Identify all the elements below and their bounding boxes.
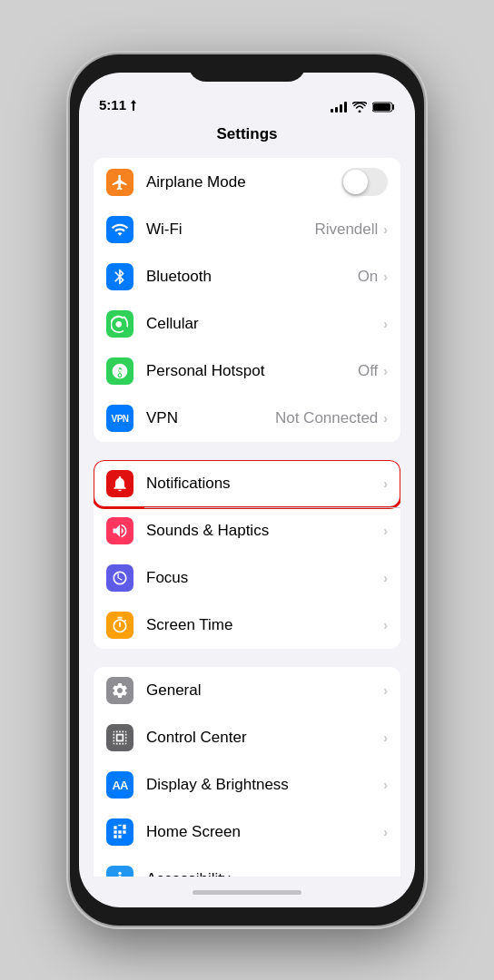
signal-icon: [331, 102, 347, 113]
svg-point-2: [118, 872, 121, 875]
status-icons: [331, 102, 395, 113]
vpn-row[interactable]: VPN VPN Not Connected ›: [94, 395, 400, 442]
airplane-toggle[interactable]: [341, 168, 388, 196]
focus-icon: [106, 564, 133, 592]
display-group: General › Control Center › AA Display & …: [94, 667, 400, 877]
airplane-label: Airplane Mode: [146, 173, 341, 191]
control-center-chevron: ›: [383, 730, 388, 745]
cellular-row[interactable]: Cellular ›: [94, 300, 400, 348]
bluetooth-icon: [106, 263, 133, 290]
display-brightness-row[interactable]: AA Display & Brightness ›: [94, 761, 400, 808]
accessibility-chevron: ›: [383, 872, 388, 877]
connectivity-group: Airplane Mode Wi-Fi Rivendell ›: [94, 158, 400, 442]
airplane-icon: [106, 169, 133, 196]
general-chevron: ›: [383, 683, 388, 698]
vpn-value: Not Connected: [275, 409, 378, 427]
location-icon: [129, 100, 138, 111]
bluetooth-label: Bluetooth: [146, 268, 358, 286]
battery-icon: [372, 102, 395, 113]
notifications-row[interactable]: Notifications ›: [94, 460, 400, 507]
focus-row[interactable]: Focus ›: [94, 554, 400, 602]
svg-rect-1: [373, 103, 390, 111]
sounds-icon: [106, 517, 133, 544]
home-screen-icon: [106, 818, 133, 846]
hotspot-icon: [106, 358, 133, 385]
general-row[interactable]: General ›: [94, 667, 400, 714]
hotspot-row[interactable]: Personal Hotspot Off ›: [94, 348, 400, 395]
bluetooth-chevron: ›: [383, 270, 388, 284]
bluetooth-row[interactable]: Bluetooth On ›: [94, 253, 400, 300]
display-brightness-chevron: ›: [383, 778, 388, 792]
wifi-row[interactable]: Wi-Fi Rivendell ›: [94, 206, 400, 253]
airplane-mode-row[interactable]: Airplane Mode: [94, 158, 400, 206]
notifications-label: Notifications: [146, 475, 383, 493]
hotspot-label: Personal Hotspot: [146, 362, 358, 380]
screentime-chevron: ›: [383, 618, 388, 632]
screentime-row[interactable]: Screen Time ›: [94, 602, 400, 649]
vpn-label: VPN: [146, 409, 275, 427]
control-center-row[interactable]: Control Center ›: [94, 714, 400, 761]
home-screen-chevron: ›: [383, 825, 388, 839]
sounds-chevron: ›: [383, 524, 388, 538]
hotspot-chevron: ›: [383, 364, 388, 378]
control-center-icon: [106, 724, 133, 751]
vpn-chevron: ›: [383, 411, 388, 426]
phone-frame: 5:11: [70, 54, 424, 926]
cellular-chevron: ›: [383, 317, 388, 331]
cellular-icon: [106, 310, 133, 338]
time-display: 5:11: [99, 97, 126, 113]
wifi-value: Rivendell: [314, 220, 378, 239]
bluetooth-value: On: [358, 268, 379, 286]
notifications-chevron: ›: [383, 476, 388, 491]
screentime-label: Screen Time: [146, 616, 383, 634]
screen: 5:11: [79, 73, 415, 907]
accessibility-row[interactable]: Accessibility ›: [94, 856, 400, 877]
general-icon: [106, 677, 133, 704]
home-screen-row[interactable]: Home Screen ›: [94, 808, 400, 856]
display-brightness-label: Display & Brightness: [146, 776, 383, 794]
notifications-group: Notifications › Sounds & Haptics ›: [94, 460, 400, 649]
display-brightness-icon: AA: [106, 771, 133, 799]
accessibility-label: Accessibility: [146, 870, 383, 877]
home-indicator: [79, 877, 415, 907]
sounds-row[interactable]: Sounds & Haptics ›: [94, 507, 400, 554]
wifi-label: Wi-Fi: [146, 220, 314, 239]
cellular-label: Cellular: [146, 315, 383, 333]
wifi-status-icon: [352, 102, 367, 113]
screentime-icon: [106, 612, 133, 639]
focus-chevron: ›: [383, 571, 388, 585]
focus-label: Focus: [146, 569, 383, 587]
control-center-label: Control Center: [146, 729, 383, 747]
home-screen-label: Home Screen: [146, 823, 383, 841]
wifi-chevron: ›: [383, 222, 388, 237]
notch: [188, 54, 306, 82]
wifi-icon: [106, 216, 133, 243]
accessibility-icon: [106, 866, 133, 877]
notifications-icon: [106, 470, 133, 497]
page-title: Settings: [79, 118, 415, 158]
sounds-label: Sounds & Haptics: [146, 522, 383, 540]
settings-content: Settings Airplane Mode: [79, 118, 415, 877]
status-time: 5:11: [99, 97, 138, 113]
general-label: General: [146, 681, 383, 700]
hotspot-value: Off: [358, 362, 378, 380]
vpn-icon: VPN: [106, 405, 133, 432]
